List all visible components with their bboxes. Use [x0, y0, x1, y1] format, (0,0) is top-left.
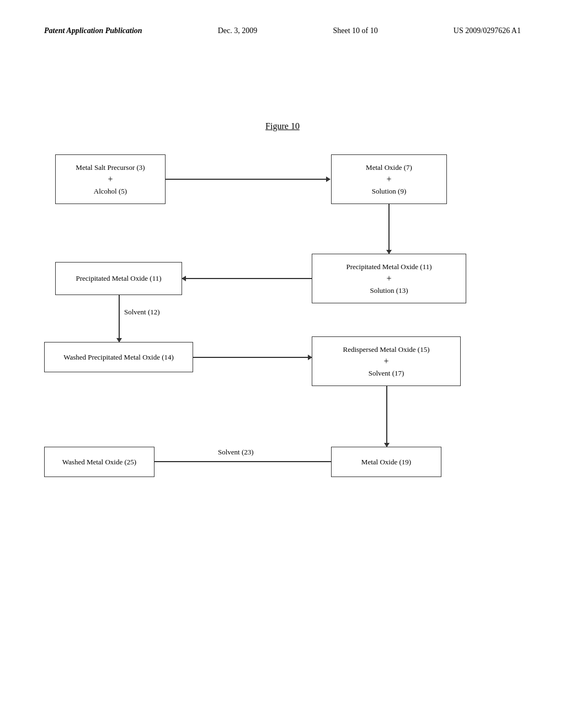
- arrow-box4-down: [119, 295, 120, 342]
- arrow-box5-to-box6: [193, 357, 312, 358]
- box8-line1: Washed Metal Oxide (25): [62, 457, 136, 468]
- solvent-23-label: Solvent (23): [218, 448, 254, 457]
- box1-line1: Metal Salt Precursor (3): [76, 162, 145, 173]
- box2-line1: Metal Oxide (7): [366, 162, 412, 173]
- header: Patent Application Publication Dec. 3, 2…: [0, 26, 565, 35]
- box1-plus: +: [108, 173, 113, 186]
- box7-line1: Metal Oxide (19): [361, 457, 411, 468]
- arrow-box6-down: [386, 386, 387, 447]
- header-patent: US 2009/0297626 A1: [454, 26, 521, 35]
- arrow-box2-down: [388, 204, 390, 254]
- header-sheet: Sheet 10 of 10: [333, 26, 377, 35]
- arrow-box7-to-box8: [141, 461, 331, 462]
- box-metal-salt-precursor: Metal Salt Precursor (3) + Alcohol (5): [55, 154, 166, 204]
- box2-plus: +: [386, 173, 391, 186]
- box4-line1: Precipitated Metal Oxide (11): [76, 273, 161, 284]
- box5-line1: Washed Precipitated Metal Oxide (14): [63, 352, 174, 363]
- box1-line2: Alcohol (5): [94, 186, 127, 197]
- figure-title: Figure 10: [265, 121, 300, 131]
- box-washed-metal-oxide: Washed Metal Oxide (25): [44, 447, 154, 477]
- box6-line2: Solvent (17): [369, 368, 404, 379]
- box-metal-oxide-19: Metal Oxide (19): [331, 447, 441, 477]
- box-precipitated-metal-oxide-11: Precipitated Metal Oxide (11): [55, 262, 182, 295]
- arrow-box3-to-box4: [182, 278, 312, 279]
- box-washed-precipitated-metal-oxide: Washed Precipitated Metal Oxide (14): [44, 342, 193, 372]
- box3-plus: +: [386, 272, 391, 285]
- header-publication: Patent Application Publication: [44, 26, 142, 35]
- solvent-12-label: Solvent (12): [124, 308, 160, 317]
- box2-line2: Solution (9): [372, 186, 406, 197]
- box-redispersed-metal-oxide: Redispersed Metal Oxide (15) + Solvent (…: [312, 336, 461, 386]
- box6-plus: +: [383, 355, 388, 368]
- arrow-box1-to-box2: [166, 179, 330, 180]
- page: Patent Application Publication Dec. 3, 2…: [0, 0, 565, 728]
- box3-line1: Precipitated Metal Oxide (11): [346, 261, 431, 272]
- box6-line1: Redispersed Metal Oxide (15): [343, 344, 429, 355]
- box3-line2: Solution (13): [370, 285, 408, 296]
- header-date: Dec. 3, 2009: [218, 26, 258, 35]
- box-metal-oxide-7: Metal Oxide (7) + Solution (9): [331, 154, 447, 204]
- box-precipitated-metal-oxide-11-solution: Precipitated Metal Oxide (11) + Solution…: [312, 254, 466, 303]
